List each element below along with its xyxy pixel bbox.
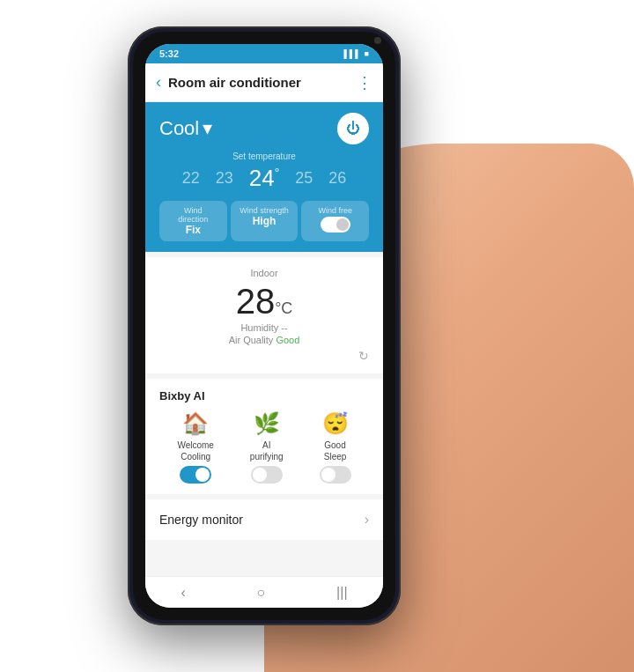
- air-quality-value: Good: [276, 335, 299, 345]
- back-button[interactable]: ‹: [156, 73, 161, 92]
- header: ‹ Room air conditioner ⋮: [145, 63, 383, 102]
- set-temp-label: Set temperature: [159, 151, 369, 161]
- status-time: 5:32: [159, 48, 179, 59]
- wind-free-label: Wind free: [310, 206, 360, 215]
- bixby-item-good-sleep: 😴 GoodSleep: [320, 411, 351, 484]
- mode-value: Cool: [159, 117, 199, 140]
- indoor-temperature: 28°C: [159, 284, 369, 319]
- indoor-humidity: Humidity --: [159, 322, 369, 333]
- wind-direction-label: Wind direction: [168, 206, 218, 224]
- bixby-items: 🏠 WelcomeCooling 🌿 AIpurifying: [159, 411, 369, 484]
- energy-monitor-section[interactable]: Energy monitor ›: [145, 499, 383, 540]
- bixby-item-welcome-cooling: 🏠 WelcomeCooling: [177, 411, 214, 484]
- temp-26[interactable]: 26: [328, 169, 346, 188]
- ai-purifying-icon: 🌿: [254, 411, 280, 436]
- control-panel: Cool ▾ ⏻ Set temperature 22 23 24° 25 26: [145, 102, 383, 252]
- welcome-cooling-icon: 🏠: [182, 411, 209, 436]
- temperature-row: 22 23 24° 25 26: [159, 165, 369, 192]
- bixby-item-ai-purifying: 🌿 AIpurifying: [250, 411, 284, 484]
- phone-inner: 5:32 ▌▌▌ ■ ‹ Room air conditioner ⋮: [133, 32, 395, 620]
- good-sleep-toggle[interactable]: [320, 466, 351, 484]
- wind-direction-item[interactable]: Wind direction Fix: [159, 201, 227, 241]
- status-bar: 5:32 ▌▌▌ ■: [145, 44, 383, 63]
- wind-direction-value: Fix: [168, 224, 218, 236]
- power-icon: ⏻: [346, 121, 360, 137]
- wind-strength-label: Wind strength: [240, 206, 290, 215]
- wind-free-toggle[interactable]: [321, 217, 350, 233]
- temp-22[interactable]: 22: [182, 169, 200, 188]
- scene: 5:32 ▌▌▌ ■ ‹ Room air conditioner ⋮: [0, 0, 634, 672]
- wind-strength-item[interactable]: Wind strength High: [231, 201, 299, 241]
- ai-purifying-label: AIpurifying: [250, 439, 284, 462]
- ai-purifying-toggle[interactable]: [251, 466, 283, 484]
- screen: 5:32 ▌▌▌ ■ ‹ Room air conditioner ⋮: [145, 44, 383, 608]
- welcome-cooling-label: WelcomeCooling: [177, 439, 214, 462]
- wind-strength-value: High: [240, 215, 290, 227]
- front-camera: [374, 37, 381, 44]
- toggle-knob: [195, 468, 210, 482]
- bixby-section: Bixby AI 🏠 WelcomeCooling 🌿 AIpurifying: [145, 379, 383, 494]
- temp-24-active[interactable]: 24°: [249, 165, 280, 192]
- temp-25[interactable]: 25: [295, 169, 313, 188]
- indoor-temp-unit: °C: [275, 299, 292, 317]
- refresh-button[interactable]: ↻: [159, 349, 369, 363]
- more-button[interactable]: ⋮: [357, 73, 372, 92]
- mode-row: Cool ▾ ⏻: [159, 113, 369, 144]
- good-sleep-icon: 😴: [322, 411, 349, 436]
- nav-recents-icon[interactable]: |||: [336, 585, 347, 601]
- energy-monitor-label: Energy monitor: [159, 513, 243, 527]
- status-icons: ▌▌▌ ■: [343, 49, 369, 58]
- toggle-knob: [253, 468, 267, 482]
- navigation-bar: ‹ ○ |||: [145, 576, 383, 608]
- degree-symbol: °: [275, 166, 280, 180]
- indoor-air-quality: Air Quality Good: [159, 335, 369, 345]
- dropdown-icon: ▾: [203, 117, 212, 140]
- wind-free-item[interactable]: Wind free: [301, 201, 369, 241]
- good-sleep-label: GoodSleep: [324, 439, 347, 462]
- indoor-label: Indoor: [159, 268, 369, 278]
- signal-icon: ▌▌▌: [343, 49, 360, 58]
- chevron-right-icon: ›: [365, 512, 369, 528]
- page-title: Room air conditioner: [168, 75, 350, 90]
- indoor-temp-value: 28: [236, 282, 276, 321]
- welcome-cooling-toggle[interactable]: [180, 466, 211, 484]
- wind-row: Wind direction Fix Wind strength High Wi…: [159, 201, 369, 241]
- air-quality-label: Air Quality: [229, 335, 274, 345]
- nav-home-icon[interactable]: ○: [257, 585, 266, 601]
- indoor-section: Indoor 28°C Humidity -- Air Quality Good…: [145, 257, 383, 373]
- bixby-title: Bixby AI: [159, 389, 369, 402]
- toggle-knob: [321, 468, 335, 482]
- battery-icon: ■: [365, 49, 369, 58]
- nav-back-icon[interactable]: ‹: [181, 585, 185, 601]
- power-button[interactable]: ⏻: [337, 113, 369, 144]
- temp-23[interactable]: 23: [216, 169, 233, 188]
- mode-selector[interactable]: Cool ▾: [159, 117, 212, 140]
- phone-shell: 5:32 ▌▌▌ ■ ‹ Room air conditioner ⋮: [128, 26, 401, 625]
